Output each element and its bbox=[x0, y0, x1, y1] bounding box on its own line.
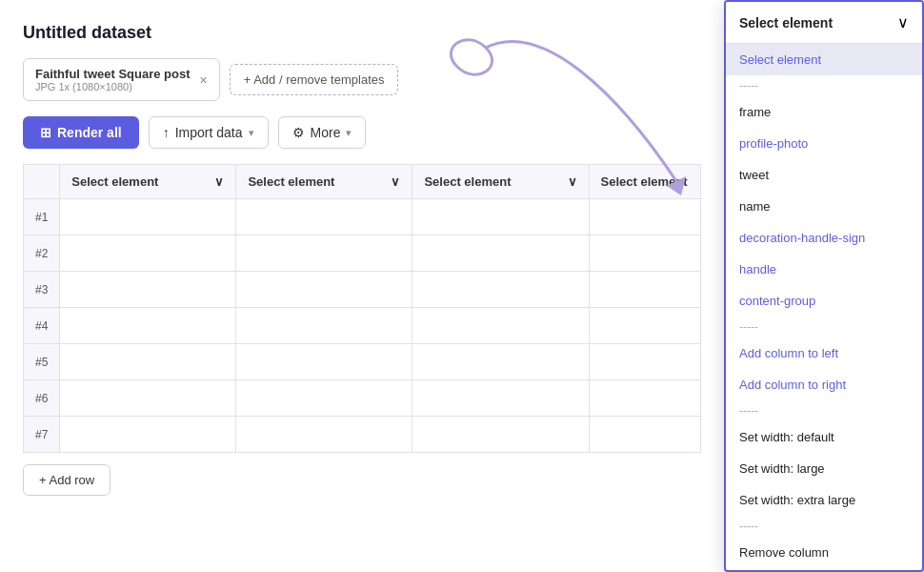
table-row: #3 bbox=[24, 272, 701, 308]
table-cell[interactable] bbox=[589, 308, 701, 344]
chip-subtitle: JPG 1x (1080×1080) bbox=[35, 81, 191, 92]
col-header-3[interactable]: Select element ∨ bbox=[412, 165, 589, 199]
row-number: #3 bbox=[24, 272, 60, 308]
dropdown-item[interactable]: Add column to right bbox=[726, 369, 922, 400]
data-table: Select element ∨ Select element ∨ Select… bbox=[23, 164, 701, 453]
dropdown-item[interactable]: Select element bbox=[726, 44, 922, 75]
main-panel: Untitled dataset Faithful tweet Square p… bbox=[0, 0, 724, 572]
page-title: Untitled dataset bbox=[23, 23, 701, 43]
dropdown-item[interactable]: Set width: default bbox=[726, 421, 922, 453]
table-row: #5 bbox=[24, 344, 701, 380]
table-row: #1 bbox=[24, 199, 701, 235]
template-chip[interactable]: Faithful tweet Square post JPG 1x (1080×… bbox=[23, 58, 220, 101]
dropdown-panel: Select element ∨ Select element-----fram… bbox=[724, 0, 924, 572]
toolbar: ⊞ Render all ↑ Import data ▾ ⚙ More ▾ bbox=[23, 116, 701, 149]
table-row: #2 bbox=[24, 235, 701, 272]
import-data-button[interactable]: ↑ Import data ▾ bbox=[149, 116, 269, 149]
dropdown-item: ----- bbox=[726, 317, 922, 337]
import-label: Import data bbox=[175, 125, 243, 140]
dropdown-item[interactable]: profile-photo bbox=[726, 128, 922, 159]
dropdown-item[interactable]: Set width: large bbox=[726, 453, 922, 484]
table-cell[interactable] bbox=[60, 235, 236, 272]
add-row-button[interactable]: + Add row bbox=[23, 464, 110, 496]
table-cell[interactable] bbox=[589, 235, 701, 272]
col-header-2[interactable]: Select element ∨ bbox=[236, 165, 412, 199]
table-cell[interactable] bbox=[60, 380, 236, 417]
table-cell[interactable] bbox=[412, 417, 589, 453]
table-cell[interactable] bbox=[60, 417, 236, 453]
table-cell[interactable] bbox=[236, 380, 412, 417]
table-cell[interactable] bbox=[412, 235, 589, 272]
row-number: #1 bbox=[24, 199, 60, 235]
table-cell[interactable] bbox=[236, 308, 412, 344]
table-cell[interactable] bbox=[236, 344, 412, 380]
table-cell[interactable] bbox=[236, 235, 412, 272]
dropdown-chevron: ∨ bbox=[897, 13, 909, 31]
dropdown-header[interactable]: Select element ∨ bbox=[726, 2, 922, 44]
dropdown-item[interactable]: tweet bbox=[726, 159, 922, 191]
dropdown-item[interactable]: handle bbox=[726, 254, 922, 285]
table-cell[interactable] bbox=[236, 417, 412, 453]
table-cell[interactable] bbox=[589, 417, 701, 453]
import-icon: ↑ bbox=[163, 125, 170, 140]
row-number: #6 bbox=[24, 380, 60, 417]
gear-icon: ⚙ bbox=[292, 125, 305, 140]
dropdown-item: ----- bbox=[726, 75, 922, 96]
render-all-button[interactable]: ⊞ Render all bbox=[23, 116, 139, 149]
table-row: #4 bbox=[24, 308, 701, 344]
more-label: More bbox=[311, 125, 341, 140]
dropdown-item: ----- bbox=[726, 400, 922, 421]
row-number: #4 bbox=[24, 308, 60, 344]
dropdown-item[interactable]: name bbox=[726, 191, 922, 222]
table-cell[interactable] bbox=[412, 344, 589, 380]
add-template-button[interactable]: + Add / remove templates bbox=[230, 64, 399, 95]
table-cell[interactable] bbox=[236, 272, 412, 308]
col-dropdown-arrow-3: ∨ bbox=[568, 174, 577, 189]
table-cell[interactable] bbox=[589, 199, 701, 235]
dropdown-item[interactable]: frame bbox=[726, 96, 922, 128]
col-header-1[interactable]: Select element ∨ bbox=[60, 165, 236, 199]
dropdown-item[interactable]: Remove column bbox=[726, 537, 922, 568]
table-cell[interactable] bbox=[236, 199, 412, 235]
dropdown-item[interactable]: Set width: extra large bbox=[726, 484, 922, 516]
dropdown-item: ----- bbox=[726, 516, 922, 537]
dropdown-item[interactable]: content-group bbox=[726, 285, 922, 317]
row-number: #5 bbox=[24, 344, 60, 380]
row-number: #7 bbox=[24, 417, 60, 453]
table-cell[interactable] bbox=[60, 199, 236, 235]
table-row: #6 bbox=[24, 380, 701, 417]
row-number: #2 bbox=[24, 235, 60, 272]
table-cell[interactable] bbox=[412, 380, 589, 417]
more-button[interactable]: ⚙ More ▾ bbox=[278, 116, 367, 149]
chip-close-icon[interactable]: × bbox=[200, 72, 208, 88]
col-header-4[interactable]: Select element bbox=[589, 165, 701, 199]
table-cell[interactable] bbox=[60, 272, 236, 308]
dropdown-item[interactable]: Add column to left bbox=[726, 337, 922, 369]
template-bar: Faithful tweet Square post JPG 1x (1080×… bbox=[23, 58, 701, 101]
more-dropdown-arrow: ▾ bbox=[346, 127, 352, 139]
render-label: Render all bbox=[57, 125, 122, 140]
table-cell[interactable] bbox=[589, 272, 701, 308]
table-cell[interactable] bbox=[60, 344, 236, 380]
col-dropdown-arrow-2: ∨ bbox=[391, 174, 400, 189]
dropdown-item[interactable]: decoration-handle-sign bbox=[726, 222, 922, 254]
table-cell[interactable] bbox=[589, 380, 701, 417]
table-cell[interactable] bbox=[60, 308, 236, 344]
table-cell[interactable] bbox=[589, 344, 701, 380]
table-row: #7 bbox=[24, 417, 701, 453]
table-cell[interactable] bbox=[412, 272, 589, 308]
table-cell[interactable] bbox=[412, 308, 589, 344]
col-dropdown-arrow-1: ∨ bbox=[214, 174, 224, 189]
chip-title: Faithful tweet Square post bbox=[35, 67, 191, 81]
import-dropdown-arrow: ▾ bbox=[249, 127, 254, 139]
table-cell[interactable] bbox=[412, 199, 589, 235]
render-icon: ⊞ bbox=[40, 125, 51, 140]
dropdown-header-text: Select element bbox=[739, 15, 833, 31]
